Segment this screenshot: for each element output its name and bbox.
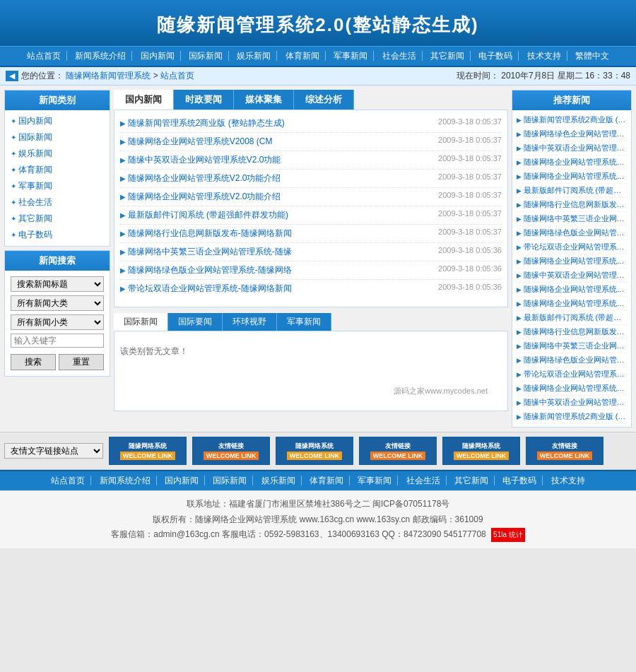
bottom-nav-sports[interactable]: 体育新闻 xyxy=(304,476,350,485)
right-news-11[interactable]: 随缘中英双语企业网站管理系统V2 xyxy=(517,269,627,283)
intl-tab-0[interactable]: 国际新闻 xyxy=(114,313,168,331)
search-category-select[interactable]: 所有新闻大类 xyxy=(11,295,104,311)
center-content: 国内新闻 时政要闻 媒体聚集 综述分析 随缘新闻管理系统2商业版 (整站静态生成… xyxy=(114,90,508,428)
right-news-9[interactable]: 带论坛双语企业网站管理系统-随缘 xyxy=(517,240,627,254)
nav-intro[interactable]: 新闻系统介绍 xyxy=(69,51,132,61)
bottom-nav-electronics[interactable]: 电子数码 xyxy=(497,476,543,485)
sidebar-item-international[interactable]: 国际新闻 xyxy=(5,129,110,146)
right-news-20[interactable]: 随缘中英双语企业网站管理系统V2 xyxy=(517,396,627,410)
right-news-15[interactable]: 随缘网络行业信息网新版发布-随缘 xyxy=(517,325,627,339)
right-news-2[interactable]: 随缘中英双语企业网站管理系统V2 xyxy=(517,141,627,155)
search-input[interactable] xyxy=(11,334,104,348)
right-news-3[interactable]: 随缘网络企业网站管理系统V2.0 xyxy=(517,155,627,170)
news-title-4[interactable]: 随缘网络企业网站管理系统V2.0功能介绍 xyxy=(120,191,432,203)
nav-entertainment[interactable]: 娱乐新闻 xyxy=(231,51,277,61)
news-item-7: 随缘网络中英繁三语企业网站管理系统-随缘 2009-3-18 0:05:36 xyxy=(120,243,502,261)
nav-traditional[interactable]: 繁體中文 xyxy=(570,51,615,61)
news-title-5[interactable]: 最新版邮件订阅系统 (带超强邮件群发功能) xyxy=(120,209,432,221)
banner-1[interactable]: 友情链接 WELCOME LINK xyxy=(192,437,270,465)
sidebar-item-sports[interactable]: 体育新闻 xyxy=(5,162,110,178)
news-date-6: 2009-3-18 0:05:37 xyxy=(438,228,502,240)
sidebar-item-military[interactable]: 军事新闻 xyxy=(5,178,110,194)
right-news-18[interactable]: 带论坛双语企业网站管理系统-随缘 xyxy=(517,367,627,382)
watermark: 源码之家www.mycodes.net xyxy=(120,386,502,396)
right-news-list: 随缘新闻管理系统2商业版 (整站静 随缘网络绿色企业网站管理系统V200 随缘中… xyxy=(512,110,631,427)
news-title-1[interactable]: 随缘网络企业网站管理系统V2008 (CM xyxy=(120,136,432,148)
right-news-4[interactable]: 随缘网络企业网站管理系统V2.0 xyxy=(517,170,627,184)
nav-military[interactable]: 军事新闻 xyxy=(328,51,374,61)
news-title-0[interactable]: 随缘新闻管理系统2商业版 (整站静态生成) xyxy=(120,117,432,129)
right-news-17[interactable]: 随缘网络绿色版企业网站管理系统- xyxy=(517,353,627,367)
bottom-nav-society[interactable]: 社会生活 xyxy=(401,476,447,485)
banner-0[interactable]: 随缘网络系统 WELCOME LINK xyxy=(109,437,187,465)
banner-1-welcome: WELCOME LINK xyxy=(204,452,259,460)
right-news-16[interactable]: 随缘网络中英繁三语企业网站管理系 xyxy=(517,339,627,353)
intl-tab-3[interactable]: 军事新闻 xyxy=(277,313,331,331)
tab-domestic[interactable]: 国内新闻 xyxy=(114,90,174,110)
right-news-5[interactable]: 最新版邮件订阅系统 (带超强邮件群 xyxy=(517,184,627,198)
bottom-nav-home[interactable]: 站点首页 xyxy=(45,476,91,485)
bottom-nav-international[interactable]: 国际新闻 xyxy=(207,476,253,485)
right-news-14[interactable]: 最新版邮件订阅系统 (带超强邮件群 xyxy=(517,311,627,325)
tab-media[interactable]: 媒体聚集 xyxy=(234,90,294,110)
right-news-21[interactable]: 随缘新闻管理系统2商业版 (整站静 xyxy=(517,410,627,424)
breadcrumb-system-link[interactable]: 随缘网络新闻管理系统 xyxy=(66,71,151,81)
breadcrumb-current-link[interactable]: 站点首页 xyxy=(160,71,194,81)
intl-tab-2[interactable]: 环球视野 xyxy=(223,313,277,331)
sidebar-item-electronics[interactable]: 电子数码 xyxy=(5,227,110,243)
news-title-9[interactable]: 带论坛双语企业网站管理系统-随缘网络新闻 xyxy=(120,283,432,295)
news-title-7[interactable]: 随缘网络中英繁三语企业网站管理系统-随缘 xyxy=(120,246,432,258)
reset-button[interactable]: 重置 xyxy=(59,354,104,370)
time-label: 现在时间： xyxy=(457,71,499,81)
nav-home[interactable]: 站点首页 xyxy=(21,51,67,61)
search-button[interactable]: 搜索 xyxy=(11,354,56,370)
banner-4[interactable]: 随缘网络系统 WELCOME LINK xyxy=(442,437,520,465)
nav-support[interactable]: 技术支持 xyxy=(522,51,567,61)
bottom-nav-other[interactable]: 其它新闻 xyxy=(449,476,495,485)
sidebar-item-society[interactable]: 社会生活 xyxy=(5,194,110,211)
right-news-12[interactable]: 随缘网络企业网站管理系统V2.0 xyxy=(517,283,627,297)
nav-electronics[interactable]: 电子数码 xyxy=(473,51,519,61)
friend-links-select[interactable]: 友情文字链接站点 xyxy=(4,443,103,459)
sidebar-item-entertainment[interactable]: 娱乐新闻 xyxy=(5,146,110,162)
nav-other[interactable]: 其它新闻 xyxy=(425,51,471,61)
nav-sports[interactable]: 体育新闻 xyxy=(280,51,326,61)
news-title-3[interactable]: 随缘网络企业网站管理系统V2.0功能介绍 xyxy=(120,172,432,184)
right-news-1[interactable]: 随缘网络绿色企业网站管理系统V200 xyxy=(517,127,627,141)
news-title-2[interactable]: 随缘中英双语企业网站管理系统V2.0功能 xyxy=(120,154,432,166)
tab-analysis[interactable]: 综述分析 xyxy=(294,90,354,110)
bottom-nav-military[interactable]: 军事新闻 xyxy=(352,476,398,485)
sidebar-item-other[interactable]: 其它新闻 xyxy=(5,211,110,227)
nav-international[interactable]: 国际新闻 xyxy=(183,51,229,61)
site-badge[interactable]: 51la 统计 xyxy=(491,528,525,542)
bottom-nav-domestic[interactable]: 国内新闻 xyxy=(159,476,205,485)
right-news-0[interactable]: 随缘新闻管理系统2商业版 (整站静 xyxy=(517,113,627,127)
tab-political[interactable]: 时政要闻 xyxy=(174,90,234,110)
news-title-8[interactable]: 随缘网络绿色版企业网站管理系统-随缘网络 xyxy=(120,264,432,276)
search-subcategory-select[interactable]: 所有新闻小类 xyxy=(11,314,104,330)
right-news-10[interactable]: 随缘网络企业网站管理系统V200 xyxy=(517,254,627,269)
news-date-3: 2009-3-18 0:05:37 xyxy=(438,172,502,184)
right-news-19[interactable]: 随缘网络企业网站管理系统V200 xyxy=(517,382,627,396)
intl-tab-1[interactable]: 国际要闻 xyxy=(168,313,223,331)
back-arrow[interactable]: ◀ xyxy=(6,71,18,81)
right-news-7[interactable]: 随缘网络中英繁三语企业网站管理系 xyxy=(517,212,627,226)
breadcrumb-left: ◀ 您的位置： 随缘网络新闻管理系统 > 站点首页 xyxy=(6,70,194,82)
footer-service: 客服信箱：admin@163cg.cn 客服电话：0592-5983163、13… xyxy=(14,527,622,543)
bottom-nav-support[interactable]: 技术支持 xyxy=(546,476,591,485)
sidebar-item-domestic[interactable]: 国内新闻 xyxy=(5,113,110,129)
right-news-13[interactable]: 随缘网络企业网站管理系统V2.0 xyxy=(517,297,627,311)
bottom-nav-entertainment[interactable]: 娱乐新闻 xyxy=(256,476,302,485)
banner-3[interactable]: 友情链接 WELCOME LINK xyxy=(359,437,437,465)
banner-2[interactable]: 随缘网络系统 WELCOME LINK xyxy=(276,437,353,465)
footer-address: 联系地址：福建省厦门市湘里区禁堆社386号之二 闽ICP备07051178号 xyxy=(14,497,622,512)
nav-society[interactable]: 社会生活 xyxy=(377,51,423,61)
news-title-6[interactable]: 随缘网络行业信息网新版发布-随缘网络新闻 xyxy=(120,228,432,240)
banner-5[interactable]: 友情链接 WELCOME LINK xyxy=(526,437,603,465)
bottom-nav-intro[interactable]: 新闻系统介绍 xyxy=(94,476,157,485)
news-date-4: 2009-3-18 0:05:37 xyxy=(438,191,502,203)
search-type-select[interactable]: 搜索新闻标题 xyxy=(11,276,104,292)
nav-domestic[interactable]: 国内新闻 xyxy=(135,51,181,61)
right-news-8[interactable]: 随缘网络绿色版企业网站管理系统- xyxy=(517,226,627,240)
right-news-6[interactable]: 随缘网络行业信息网新版发布-随缘 xyxy=(517,198,627,212)
